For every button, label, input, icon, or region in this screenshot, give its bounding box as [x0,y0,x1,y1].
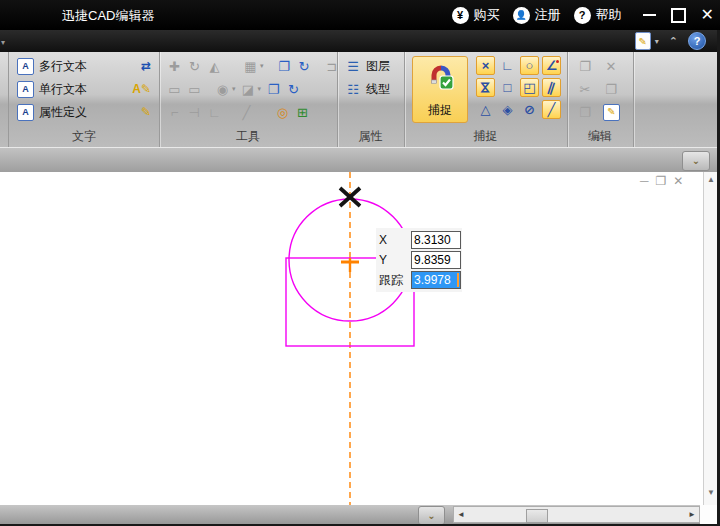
chevron-down-icon: ⌄ [692,156,700,166]
rotate-icon[interactable]: ↻ [187,60,202,73]
question-icon: ? [574,7,591,24]
snap-parallel[interactable]: ∥ [542,78,561,97]
mirror-icon[interactable]: ◭ [207,60,222,73]
buy-button[interactable]: ¥ 购买 [452,6,500,24]
snap-nearest[interactable]: ◈ [498,100,517,119]
horizontal-scroll-thumb[interactable] [526,509,548,523]
mtext-icon: A [17,58,34,75]
collapse-ribbon-icon[interactable]: ⌃ [669,35,678,48]
section-label-edit: 编辑 [567,128,633,145]
snap-insertion[interactable]: ◰ [520,78,539,97]
copy-nested-icon[interactable]: ❐ [266,83,281,96]
chamfer-icon[interactable]: ∟ [207,106,222,119]
match-props-icon[interactable]: ◉ [215,83,230,96]
single-text-icon: A [17,81,34,98]
scroll-left-icon[interactable]: ◄ [454,510,468,519]
section-text: A 多行文本 ⇄ A 单行文本 A✎ A 属性定义 ✎ 文字 [8,52,160,147]
horizontal-scrollbar[interactable]: ◄ ► [453,506,700,523]
newdoc-dropdown-icon[interactable]: ▾ [655,37,659,46]
block2-icon[interactable]: ▭ [187,83,202,96]
copy-icon[interactable]: ❐ [577,106,593,119]
track-input[interactable]: 3.9978 [411,271,461,289]
layers-button[interactable]: ☰ 图层 [337,57,404,75]
array-dropdown-icon[interactable]: ▾ [260,62,264,70]
dynamic-input-panel: X 8.3130 Y 9.8359 跟踪 3.9978 [376,228,462,292]
scroll-up-icon[interactable]: ▲ [704,175,718,184]
section-edit: ❐ ✕ ✂ ❐ ❐ ✎ 编辑 [567,52,634,147]
text-align-icon[interactable]: ⇄ [141,59,151,73]
close-button[interactable]: ✕ [701,6,714,24]
doc-restore-icon[interactable]: ❐ [656,175,667,187]
array-icon[interactable]: ▦ [243,60,258,73]
linetype-icon: ☷ [345,82,361,97]
refresh-block-icon[interactable]: ↻ [286,83,301,96]
bottom-bar: ⌄ ◄ ► [0,505,720,524]
block-icon[interactable]: ▭ [167,83,182,96]
linetype-button[interactable]: ☷ 线型 [337,80,404,98]
join-icon[interactable]: ⊣ [187,106,202,119]
magnet-icon [427,63,455,91]
cut-icon[interactable]: ✂ [577,83,593,96]
help-label: 帮助 [596,6,622,24]
attr-define-button[interactable]: A 属性定义 ✎ [9,103,159,121]
doc-minimize-icon[interactable]: ─ [640,175,649,187]
x-input[interactable]: 8.3130 [411,231,461,249]
edit-attr-icon[interactable]: ✎ [141,105,151,119]
move-icon[interactable]: ✚ [167,60,182,73]
titlebar: 迅捷CAD编辑器 ¥ 购买 👤 注册 ? 帮助 ✕ [0,0,720,30]
minimize-icon [643,14,656,16]
snap-node[interactable]: □ [498,78,517,97]
delete-icon[interactable]: ✕ [603,60,619,73]
ribbon-help-icon[interactable]: ? [688,32,706,50]
update-block-icon[interactable]: ↻ [297,60,312,73]
paste-icon[interactable]: ❐ [577,60,593,73]
expand-panel-button[interactable]: ⌄ [682,151,710,171]
fillet-icon[interactable]: ╱ [239,106,254,119]
scroll-right-icon[interactable]: ► [685,510,699,519]
text-style-icon[interactable]: A✎ [132,82,151,96]
copy-object-icon[interactable]: ❐ [277,60,292,73]
expand-bottom-panel-button[interactable]: ⌄ [418,506,445,525]
section-label-text: 文字 [9,128,159,145]
snap-center[interactable]: ○ [520,56,539,75]
snap-extension[interactable]: ╱ [542,100,561,119]
format-brush-icon[interactable]: ✎ [603,104,620,121]
section-snap: 捕捉 × ∟ ○ ∠ ⋈ □ ◰ ∥ △ ◈ ⊘ ╱ 捕捉 [404,52,568,147]
tabstrip: ▾ ✎ ▾ ⌃ ? [0,30,720,52]
y-input[interactable]: 9.8359 [411,251,461,269]
toolbar-strip: ⌄ [0,147,720,173]
snap-midpoint[interactable]: ⋈ [476,78,495,97]
snap-toggle-button[interactable]: 捕捉 [412,56,468,123]
break-icon[interactable]: ⌐ [167,106,182,119]
match-props-dropdown-icon[interactable]: ▾ [232,85,236,93]
minimize-button[interactable] [643,14,656,16]
erase-dropdown-icon[interactable]: ▾ [258,85,262,93]
add-to-layer-icon[interactable]: ⊞ [295,106,310,119]
quickbar-dropdown-icon[interactable]: ▾ [1,38,5,47]
close-icon: ✕ [701,6,714,23]
explode-icon[interactable]: ◎ [275,106,290,119]
edit-document-icon[interactable]: ✎ [635,32,651,50]
app-title: 迅捷CAD编辑器 [62,7,154,25]
vertical-scrollbar[interactable]: ▲ ▼ [703,172,717,505]
single-text-button[interactable]: A 单行文本 A✎ [9,80,159,98]
scroll-down-icon[interactable]: ▼ [704,488,718,497]
snap-angle[interactable]: ∠ [542,56,561,75]
maximize-button[interactable] [671,8,686,23]
user-icon: 👤 [513,7,530,24]
snap-endpoint[interactable]: ∟ [498,56,517,75]
doc-close-icon[interactable]: ✕ [673,175,683,187]
mtext-button[interactable]: A 多行文本 ⇄ [9,57,159,75]
section-props: ☰ 图层 ☷ 线型 属性 [337,52,405,147]
erase-icon[interactable]: ◪ [241,83,256,96]
register-button[interactable]: 👤 注册 [513,6,561,24]
snap-intersection[interactable]: × [476,56,495,75]
yuan-icon: ¥ [452,7,469,24]
drawing-canvas[interactable]: ─ ❐ ✕ X 8.3130 Y 9.8359 跟踪 3.9978 [0,172,703,505]
snap-tangent[interactable]: ⊘ [520,100,539,119]
snap-quadrant[interactable]: △ [476,100,495,119]
snap-button-label: 捕捉 [428,102,452,119]
paste-special-icon[interactable]: ❐ [603,83,619,96]
help-button[interactable]: ? 帮助 [574,6,622,24]
y-label: Y [379,253,411,267]
